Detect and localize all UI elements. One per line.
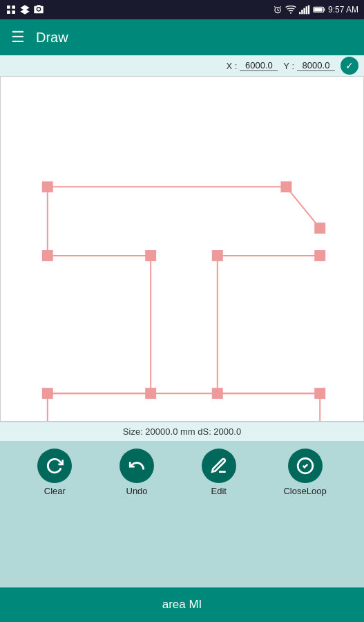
svg-rect-35	[314, 250, 325, 261]
closeloop-icon-circle	[288, 449, 323, 483]
page-title: Draw	[36, 30, 68, 46]
svg-rect-10	[303, 8, 305, 15]
y-label: Y :	[283, 61, 294, 71]
edit-icon	[210, 457, 228, 475]
undo-button[interactable]: Undo	[119, 449, 154, 496]
size-info-bar: Size: 20000.0 mm dS: 2000.0	[0, 422, 364, 441]
svg-rect-14	[314, 8, 323, 11]
clear-label: Clear	[44, 486, 66, 496]
svg-rect-15	[324, 9, 325, 11]
x-label: X :	[226, 61, 237, 71]
alarm-icon	[273, 5, 282, 15]
status-icons-left	[6, 4, 44, 15]
clear-button[interactable]: Clear	[37, 449, 72, 496]
svg-rect-31	[314, 223, 325, 234]
svg-rect-32	[42, 250, 53, 261]
status-icons-right: 9:57 AM	[273, 5, 358, 15]
y-coord-group: Y : 8000.0	[283, 60, 335, 71]
wifi-icon	[285, 5, 296, 15]
drawing-canvas[interactable]	[0, 76, 364, 422]
spacer	[0, 503, 364, 587]
svg-rect-29	[42, 181, 53, 192]
closeloop-label: CloseLoop	[283, 486, 326, 496]
svg-rect-11	[306, 6, 307, 14]
closeloop-button[interactable]: CloseLoop	[283, 449, 326, 496]
menu-button[interactable]: ☰	[11, 28, 25, 46]
edit-label: Edit	[211, 486, 227, 496]
x-value: 6000.0	[240, 60, 278, 71]
svg-rect-12	[308, 6, 309, 15]
y-value: 8000.0	[297, 60, 335, 71]
signal-icon	[299, 5, 310, 15]
x-coord-group: X : 6000.0	[226, 60, 278, 71]
gallery-icon	[6, 4, 17, 15]
status-bar: 9:57 AM	[0, 0, 364, 19]
time-display: 9:57 AM	[328, 5, 358, 15]
draw-svg	[1, 77, 363, 421]
coordinate-bar: X : 6000.0 Y : 8000.0 ✓	[0, 55, 364, 76]
svg-rect-1	[12, 6, 15, 9]
svg-rect-2	[7, 10, 10, 14]
svg-line-17	[286, 187, 320, 228]
svg-rect-8	[299, 12, 300, 14]
edit-button[interactable]: Edit	[202, 449, 236, 496]
svg-point-7	[290, 12, 291, 14]
check-circle-icon	[296, 457, 314, 475]
undo-icon-circle	[119, 449, 154, 483]
refresh-icon	[46, 457, 64, 475]
camera-icon	[33, 4, 44, 15]
svg-rect-3	[12, 10, 15, 14]
svg-rect-37	[145, 388, 156, 399]
svg-rect-38	[212, 388, 223, 399]
size-text: Size: 20000.0 mm dS: 2000.0	[123, 426, 241, 437]
svg-rect-9	[301, 10, 303, 14]
battery-icon	[313, 6, 325, 14]
svg-marker-5	[20, 9, 29, 15]
svg-rect-30	[280, 181, 291, 192]
svg-rect-33	[145, 250, 156, 261]
clear-icon-circle	[37, 449, 72, 483]
area-mi-label: area MI	[162, 598, 202, 612]
undo-icon	[128, 457, 146, 475]
svg-rect-36	[42, 388, 53, 399]
undo-label: Undo	[126, 486, 148, 496]
area-mi-button[interactable]: area MI	[0, 587, 364, 622]
app-toolbar: ☰ Draw	[0, 19, 364, 55]
svg-rect-0	[7, 6, 10, 9]
coord-confirm-button[interactable]: ✓	[341, 57, 358, 75]
svg-rect-34	[212, 250, 223, 261]
svg-rect-39	[314, 388, 325, 399]
dropbox-icon	[19, 4, 30, 15]
bottom-toolbar: Clear Undo Edit CloseLoop	[0, 441, 364, 503]
edit-icon-circle	[202, 449, 236, 483]
